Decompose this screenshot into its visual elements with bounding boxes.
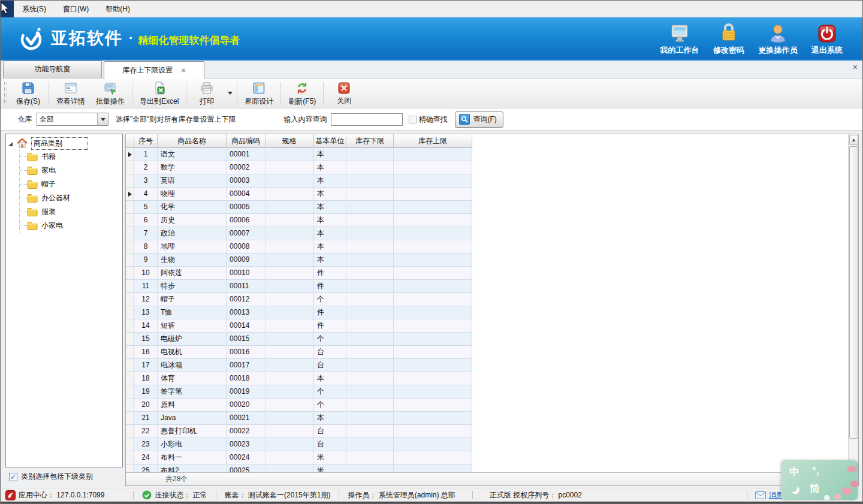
grid-footer-count: 共28个	[126, 472, 858, 485]
header-unit[interactable]: 基本单位	[314, 134, 346, 148]
query-button[interactable]: 查询(F)	[455, 111, 503, 128]
switch-operator-button[interactable]: 更换操作员	[753, 22, 802, 56]
scroll-up-icon[interactable]: ▲	[849, 135, 858, 145]
table-row[interactable]: 5化学00005本	[126, 201, 472, 214]
exact-search-checkbox[interactable]	[409, 116, 417, 123]
ime-mode-indicator[interactable]: 简	[810, 482, 820, 496]
tree-item-家电[interactable]: 家电	[20, 164, 122, 177]
include-subcategory-checkbox[interactable]: ✓	[9, 473, 17, 481]
table-cell: 短裤	[158, 319, 227, 333]
table-cell: 本	[314, 253, 346, 267]
header-seq[interactable]: 序号	[134, 134, 158, 148]
table-cell	[265, 267, 314, 280]
tab-function-nav[interactable]: 功能导航窗	[3, 61, 102, 78]
tab-stock-limit-settings[interactable]: 库存上下限设置 ×	[104, 61, 204, 79]
menu-help[interactable]: 帮助(H)	[97, 1, 138, 17]
table-row[interactable]: 4物理00004本	[126, 188, 472, 201]
warehouse-label: 仓库	[17, 114, 32, 125]
table-cell: 个	[314, 385, 346, 399]
batch-operation-button[interactable]: 批量操作	[90, 79, 130, 108]
table-row[interactable]: 20原料00020个	[126, 399, 472, 412]
table-cell: 10	[134, 267, 158, 280]
table-row[interactable]: 22惠普打印机00022台	[126, 425, 472, 438]
table-cell	[265, 253, 314, 267]
chevron-down-icon	[97, 113, 108, 125]
table-cell	[126, 372, 134, 385]
table-row[interactable]: 8地理00008本	[126, 240, 472, 253]
table-cell	[265, 359, 314, 372]
table-cell	[346, 280, 394, 293]
ime-moon-icon[interactable]	[789, 484, 797, 492]
table-row[interactable]: 10阿依莲00010件	[126, 267, 472, 280]
tabstrip-close-icon[interactable]: ×	[853, 62, 858, 72]
header-code[interactable]: 商品编码	[227, 134, 265, 148]
table-cell: 5	[134, 201, 158, 214]
tab-close-icon[interactable]: ×	[181, 62, 186, 79]
save-button[interactable]: 保存(S)	[10, 79, 47, 108]
table-cell: 24	[134, 451, 158, 464]
tree-item-办公器材[interactable]: 办公器材	[20, 191, 122, 205]
chevron-down-icon	[228, 92, 233, 95]
search-input[interactable]	[331, 113, 403, 126]
menu-window[interactable]: 窗口(W)	[55, 1, 97, 17]
header-name[interactable]: 商品名称	[158, 134, 227, 148]
ui-design-button[interactable]: 界面设计	[239, 79, 279, 108]
scrollbar-thumb[interactable]	[849, 146, 858, 439]
table-row[interactable]: 1语文00001本	[126, 148, 472, 161]
tree-item-服装[interactable]: 服装	[20, 205, 122, 219]
app-icon[interactable]	[1, 1, 14, 17]
table-cell: 帽子	[158, 293, 227, 306]
table-row[interactable]: 18体育00018本	[126, 372, 472, 385]
table-cell	[265, 188, 314, 201]
grid-rows: 1语文00001本2数学00002本3英语00003本4物理00004本5化学0…	[126, 148, 472, 473]
table-cell	[126, 253, 134, 267]
warehouse-select[interactable]: 全部	[37, 113, 108, 126]
table-row[interactable]: 11特步00011件	[126, 280, 472, 293]
tree-item-小家电[interactable]: 小家电	[20, 219, 122, 233]
export-excel-button[interactable]: 导出到Excel	[134, 79, 184, 108]
ime-punct-indicator[interactable]: °,	[812, 465, 819, 477]
current-row-marker-icon	[128, 152, 132, 157]
table-cell: 00008	[227, 240, 265, 253]
table-row[interactable]: 21Java00021本	[126, 412, 472, 425]
table-row[interactable]: 9生物00009本	[126, 253, 472, 267]
workbench-button[interactable]: 我的工作台	[655, 22, 704, 56]
print-button[interactable]: 打印	[188, 79, 225, 108]
exit-system-button[interactable]: 退出系统	[802, 22, 852, 56]
change-password-button[interactable]: 修改密码	[704, 22, 753, 56]
table-cell: 12	[134, 293, 158, 306]
header-low[interactable]: 库存下限	[346, 134, 394, 148]
table-row[interactable]: 13T恤00013件	[126, 306, 472, 319]
tree-item-帽子[interactable]: 帽子	[20, 177, 122, 191]
table-row[interactable]: 23小彩电00023台	[126, 438, 472, 451]
tree-connector	[20, 170, 27, 171]
tree-item-书籍[interactable]: 书籍	[20, 150, 122, 164]
close-button[interactable]: 关闭	[325, 79, 363, 108]
table-cell	[265, 438, 314, 451]
table-row[interactable]: 15电磁炉00015个	[126, 333, 472, 346]
header-high[interactable]: 库存上限	[394, 134, 472, 148]
menu-system[interactable]: 系统(S)	[14, 1, 55, 17]
ime-lang-indicator[interactable]: 中	[789, 465, 799, 479]
toolbar-grip[interactable]	[4, 82, 7, 104]
table-row[interactable]: 6历史00006本	[126, 214, 472, 227]
table-cell: 化学	[158, 201, 227, 214]
table-row[interactable]: 7政治00007本	[126, 227, 472, 240]
table-row[interactable]: 3英语00003本	[126, 174, 472, 188]
table-row[interactable]: 14短裤00014件	[126, 319, 472, 333]
table-cell	[265, 306, 314, 319]
table-row[interactable]: 2数学00002本	[126, 161, 472, 174]
table-row[interactable]: 24布料一00024米	[126, 451, 472, 464]
view-detail-button[interactable]: 查看详情	[51, 79, 90, 108]
table-row[interactable]: 12帽子00012个	[126, 293, 472, 306]
table-row[interactable]: 19签字笔00019个	[126, 385, 472, 399]
table-row[interactable]: 16电视机00016台	[126, 346, 472, 359]
ime-popup[interactable]: 中 °, 简	[781, 460, 858, 500]
print-dropdown-caret[interactable]	[225, 79, 235, 108]
refresh-button[interactable]: 刷新(F5)	[283, 79, 321, 108]
header-spec[interactable]: 规格	[265, 134, 314, 148]
tree-root-category[interactable]: 商品类别	[6, 137, 122, 150]
vertical-scrollbar[interactable]: ▲ ▼	[848, 134, 858, 473]
tree-expander-icon[interactable]	[8, 142, 13, 146]
table-row[interactable]: 17电冰箱00017台	[126, 359, 472, 372]
